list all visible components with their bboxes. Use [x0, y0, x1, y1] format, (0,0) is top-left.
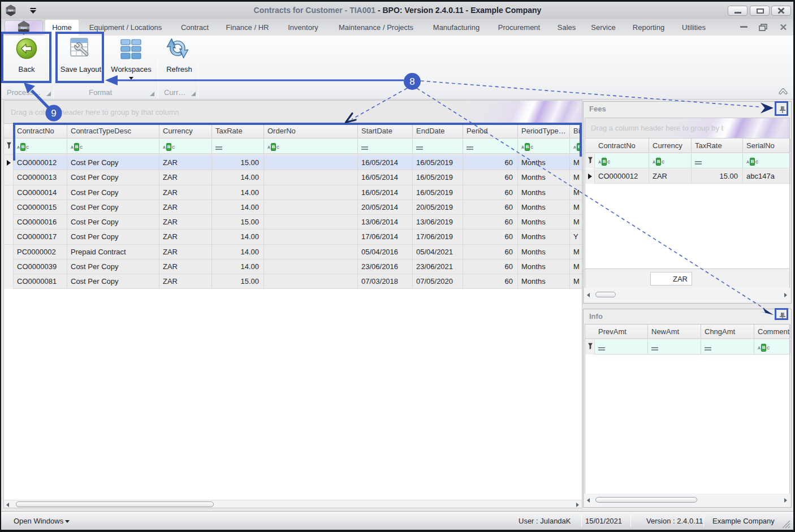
svg-text:bpo: bpo	[21, 26, 27, 29]
svg-text:bpo: bpo	[8, 9, 14, 12]
